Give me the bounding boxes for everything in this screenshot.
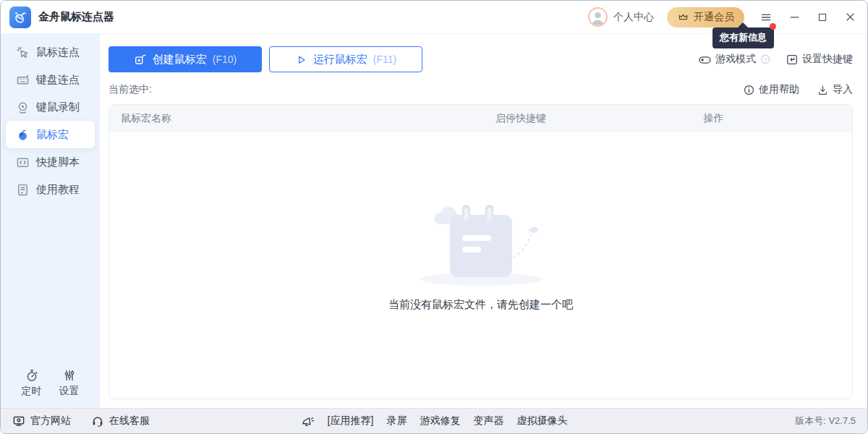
app-promo-label: [应用推荐]	[328, 414, 374, 427]
import-label: 导入	[833, 83, 853, 96]
action-toolbar: 创建鼠标宏 (F10) 运行鼠标宏 (F11)	[109, 46, 853, 72]
settings-button[interactable]: 设置	[59, 368, 80, 398]
import-link[interactable]: 导入	[817, 83, 853, 96]
timer-label: 定时	[22, 385, 42, 398]
empty-state: 当前没有鼠标宏文件，请先创建一个吧	[109, 132, 852, 399]
promo-link-game-fix[interactable]: 游戏修复	[420, 414, 460, 427]
set-hotkey-link[interactable]: 设置快捷键	[786, 53, 853, 66]
column-hotkey: 启停快捷键	[495, 112, 704, 125]
code-icon	[15, 155, 30, 169]
app-logo	[9, 7, 31, 28]
sidebar-item-mouse-click[interactable]: 鼠标连点	[6, 38, 95, 66]
main-content: 创建鼠标宏 (F10) 运行鼠标宏 (F11)	[100, 33, 867, 408]
help-circle-icon[interactable]: ?	[760, 54, 771, 65]
sidebar-item-label: 使用教程	[36, 183, 80, 197]
hotkey-icon	[786, 53, 799, 66]
webcam-icon	[15, 100, 30, 114]
app-window: 金舟鼠标连点器 个人中心	[0, 0, 868, 434]
minimize-button[interactable]	[789, 12, 800, 22]
settings-label: 设置	[59, 385, 80, 398]
crown-icon	[677, 11, 689, 23]
run-macro-hotkey: (F11)	[373, 54, 396, 65]
close-button[interactable]	[845, 12, 856, 22]
sidebar-item-mouse-macro[interactable]: 鼠标宏	[6, 121, 95, 148]
sidebar-item-tutorial[interactable]: 使用教程	[6, 176, 95, 203]
svg-text:?: ?	[764, 56, 767, 63]
selection-bar: 当前选中: 使用帮助	[109, 83, 853, 96]
sidebar-item-label: 键鼠录制	[36, 101, 80, 114]
notification-dot	[770, 23, 776, 30]
vip-button-label: 开通会员	[694, 11, 734, 24]
create-macro-hotkey: (F10)	[213, 54, 237, 65]
import-icon	[817, 84, 829, 96]
create-macro-label: 创建鼠标宏	[153, 53, 207, 67]
app-title: 金舟鼠标连点器	[38, 10, 114, 24]
column-actions: 操作	[704, 112, 852, 125]
mouse-icon	[15, 127, 30, 142]
sidebar-item-label: 快捷脚本	[36, 156, 80, 169]
usage-help-link[interactable]: 使用帮助	[743, 83, 799, 96]
official-site-link[interactable]: 官方网站	[12, 414, 71, 427]
game-mode-label: 游戏模式	[715, 53, 756, 66]
sidebar-item-label: 键盘连点	[36, 73, 80, 87]
version-label: 版本号: V2.7.5	[795, 414, 856, 427]
online-service-label: 在线客服	[109, 414, 150, 427]
timer-icon	[25, 368, 39, 383]
megaphone-icon	[301, 414, 315, 428]
play-icon	[295, 54, 307, 66]
macro-table: 鼠标宏名称 启停快捷键 操作	[109, 104, 853, 399]
promo-link-virtual-camera[interactable]: 虚拟摄像头	[516, 414, 567, 427]
usage-help-label: 使用帮助	[759, 83, 799, 96]
empty-state-text: 当前没有鼠标宏文件，请先创建一个吧	[388, 298, 573, 312]
tooltip-text: 您有新信息	[720, 32, 767, 43]
sidebar-item-label: 鼠标连点	[36, 46, 80, 59]
create-macro-button[interactable]: 创建鼠标宏 (F10)	[109, 46, 262, 72]
monitor-icon	[12, 414, 25, 427]
menu-button[interactable]	[760, 12, 772, 23]
cursor-click-icon	[15, 45, 30, 59]
mouse-logo-icon	[12, 9, 28, 25]
current-selection-label: 当前选中:	[109, 83, 152, 96]
headset-icon	[91, 414, 104, 427]
table-header: 鼠标宏名称 启停快捷键 操作	[109, 105, 852, 132]
keyboard-icon	[15, 72, 30, 87]
sliders-icon	[62, 368, 77, 383]
record-macro-icon	[134, 53, 147, 66]
avatar[interactable]	[588, 7, 608, 27]
book-icon	[15, 182, 30, 197]
column-macro-name: 鼠标宏名称	[109, 112, 495, 125]
promo-link-voice-changer[interactable]: 变声器	[473, 414, 503, 427]
sidebar: 鼠标连点 键盘连点	[1, 33, 100, 408]
personal-center-link[interactable]: 个人中心	[613, 11, 654, 24]
sidebar-item-label: 鼠标宏	[36, 128, 69, 142]
window-controls	[760, 12, 856, 23]
statusbar: 官方网站 在线客服	[1, 408, 867, 433]
set-hotkey-label: 设置快捷键	[802, 53, 853, 66]
promo-bar: [应用推荐] 录屏 游戏修复 变声器 虚拟摄像头	[301, 414, 568, 428]
game-mode-link[interactable]: 游戏模式 ?	[698, 53, 771, 67]
maximize-button[interactable]	[817, 12, 827, 22]
gamepad-icon	[698, 53, 712, 67]
official-site-label: 官方网站	[30, 414, 71, 427]
timer-button[interactable]: 定时	[22, 368, 42, 398]
sidebar-item-quick-script[interactable]: 快捷脚本	[6, 148, 95, 176]
sidebar-item-keyboard-click[interactable]: 键盘连点	[6, 66, 95, 93]
vip-button[interactable]: 开通会员	[667, 7, 744, 27]
online-service-link[interactable]: 在线客服	[91, 414, 150, 427]
notepad-illustration	[412, 201, 550, 286]
sidebar-item-record[interactable]: 键鼠录制	[6, 93, 95, 121]
run-macro-button[interactable]: 运行鼠标宏 (F11)	[269, 46, 422, 72]
info-icon	[743, 84, 755, 96]
new-message-tooltip: 您有新信息	[712, 27, 774, 48]
promo-link-screen-record[interactable]: 录屏	[386, 414, 407, 427]
sidebar-footer: 定时 设置	[1, 368, 100, 398]
run-macro-label: 运行鼠标宏	[313, 53, 367, 67]
